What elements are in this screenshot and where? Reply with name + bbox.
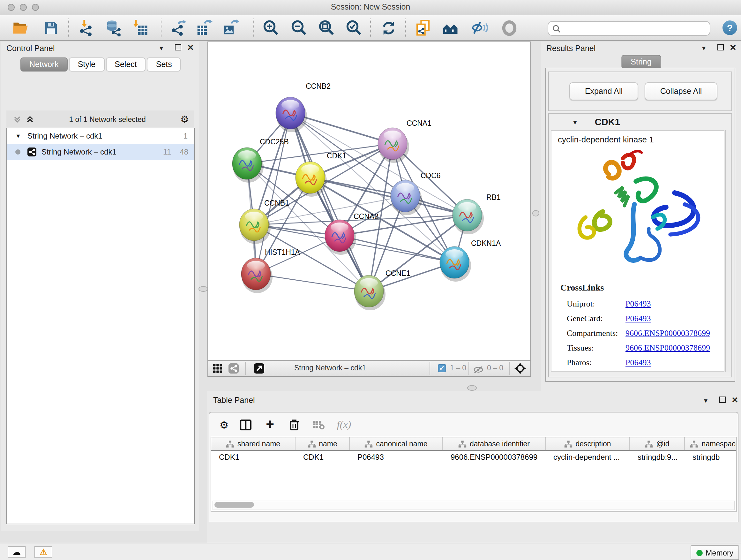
right-splitter-handle[interactable] [532,210,539,216]
float-panel-icon[interactable] [175,44,181,52]
warning-icon[interactable]: ⚠ [35,546,52,558]
table-cell[interactable]: stringdb:9... [630,451,685,463]
crosslink-value-link[interactable]: 9606.ENSP00000378699 [625,328,710,338]
table-cell[interactable]: CDK1 [211,451,295,463]
refresh-icon[interactable] [380,19,397,37]
crosslink-value-link[interactable]: P06493 [625,299,651,309]
network-row-selected[interactable]: String Network – cdk1 11 48 [7,144,194,160]
collapse-all-button[interactable]: Collapse All [645,82,718,100]
tab-string[interactable]: String [621,55,661,69]
network-collection-row[interactable]: ▼ String Network – cdk1 1 [7,128,194,144]
search-box[interactable] [548,21,711,36]
export-table-icon[interactable] [195,19,212,37]
node-table[interactable]: shared namenamecanonical namedatabase id… [211,437,737,512]
clone-network-icon[interactable] [414,19,431,37]
column-header-database-identifier[interactable]: database identifier [443,437,546,450]
column-header-shared-name[interactable]: shared name [211,437,295,450]
gene-section: ▼ CDK1 cyclin-dependent kinase 1 [548,113,732,377]
table-cell[interactable]: stringdb [685,451,737,463]
selected-checkbox-icon[interactable]: ✓ [438,364,446,372]
close-panel-icon[interactable]: ✕ [187,44,194,52]
cloud-status-icon[interactable]: ☁ [8,546,25,558]
hidden-eye-icon[interactable] [473,365,484,376]
table-cell[interactable]: cyclin-dependent ... [546,451,630,463]
float-panel-icon[interactable] [719,396,726,405]
gene-section-header[interactable]: ▼ CDK1 [549,114,731,130]
delete-column-trash-icon[interactable] [287,418,301,432]
string-home-icon[interactable] [442,19,459,37]
table-cell[interactable]: P06493 [350,451,443,463]
network-edge[interactable] [247,144,393,164]
section-expander-icon[interactable]: ▼ [572,118,578,125]
panel-menu-icon[interactable]: ▾ [159,44,163,52]
column-header--id[interactable]: @id [630,437,685,450]
tab-select[interactable]: Select [106,57,146,71]
network-node-label: CCNE1 [386,269,410,277]
table-settings-gear-icon[interactable]: ⚙ [217,418,231,432]
zoom-out-icon[interactable] [290,19,308,37]
close-panel-icon[interactable]: ✕ [731,396,738,405]
string-network-icon [27,147,37,157]
import-table-icon[interactable] [131,19,149,37]
left-splitter-handle[interactable] [199,286,208,292]
save-session-icon[interactable] [42,19,59,37]
string-view-icon[interactable] [228,363,239,376]
open-session-icon[interactable] [11,19,29,37]
column-header-namespace[interactable]: namespace [685,437,737,450]
export-network-icon[interactable] [170,19,187,37]
bottom-splitter-handle[interactable] [467,385,477,391]
hide-panel-icon[interactable] [471,19,488,37]
add-column-icon[interactable]: + [263,418,277,434]
table-cell[interactable]: 9606.ENSP00000378699 [443,451,546,463]
tab-style[interactable]: Style [69,57,105,71]
column-header-description[interactable]: description [546,437,630,450]
tab-network[interactable]: Network [20,57,68,71]
table-horizontal-scrollbar[interactable] [212,501,735,510]
table-cell[interactable]: CDK1 [295,451,350,463]
table-row[interactable]: CDK1CDK1P064939606.ENSP00000378699cyclin… [211,451,736,463]
selection-summary: 1 of 1 Network selected [35,115,180,123]
column-header-name[interactable]: name [295,437,350,450]
expand-all-button[interactable]: Expand All [569,82,638,100]
import-network-file-icon[interactable] [78,19,95,37]
tab-sets[interactable]: Sets [147,57,181,71]
float-panel-icon[interactable] [718,44,724,52]
collection-count: 1 [184,132,188,140]
search-input[interactable] [561,24,710,32]
zoom-fit-icon[interactable] [318,19,335,37]
collapse-all-networks-icon[interactable] [13,115,22,124]
network-edge[interactable] [256,274,369,291]
results-panel-title: Results Panel [546,44,596,53]
scrollbar-thumb[interactable] [214,502,254,508]
import-network-database-icon[interactable] [105,19,122,37]
grid-view-icon[interactable] [213,364,222,375]
crosslink-value-link[interactable]: 9606.ENSP00000378699 [625,343,710,353]
window-title: Session: New Session [0,3,741,11]
open-in-window-icon[interactable] [254,363,264,376]
crosslink-value-link[interactable]: P06493 [625,358,651,368]
network-edge[interactable] [290,113,369,291]
tree-expander-icon[interactable]: ▼ [15,133,21,139]
expand-all-networks-icon[interactable] [25,115,35,124]
gene-details: cyclin-dependent kinase 1 [551,130,724,372]
function-builder-icon[interactable]: f(x) [333,418,355,432]
network-selection-header: 1 of 1 Network selected ⚙ [6,111,194,128]
zoom-selected-icon[interactable] [345,19,362,37]
memory-button[interactable]: Memory [690,545,739,560]
network-canvas[interactable]: CCNB2CCNA1CDC25BCDK1CDC6RB1CCNB1CCNA2CDK… [208,42,530,361]
results-scrollbar[interactable] [725,130,730,372]
gear-icon[interactable]: ⚙ [180,113,189,125]
help-icon[interactable]: ? [723,20,737,35]
birds-eye-view-icon[interactable] [515,363,526,377]
show-panel-icon[interactable] [500,19,518,37]
delete-table-icon[interactable] [312,418,326,432]
panel-menu-icon[interactable]: ▾ [702,44,705,52]
crosslink-value-link[interactable]: P06493 [625,314,651,324]
network-node-label: CDC25B [260,138,289,146]
show-columns-icon[interactable] [239,418,253,432]
zoom-in-icon[interactable] [262,19,280,37]
column-header-canonical-name[interactable]: canonical name [350,437,443,450]
panel-menu-icon[interactable]: ▾ [704,396,708,405]
close-panel-icon[interactable]: ✕ [730,44,737,52]
export-image-icon[interactable] [222,19,239,37]
